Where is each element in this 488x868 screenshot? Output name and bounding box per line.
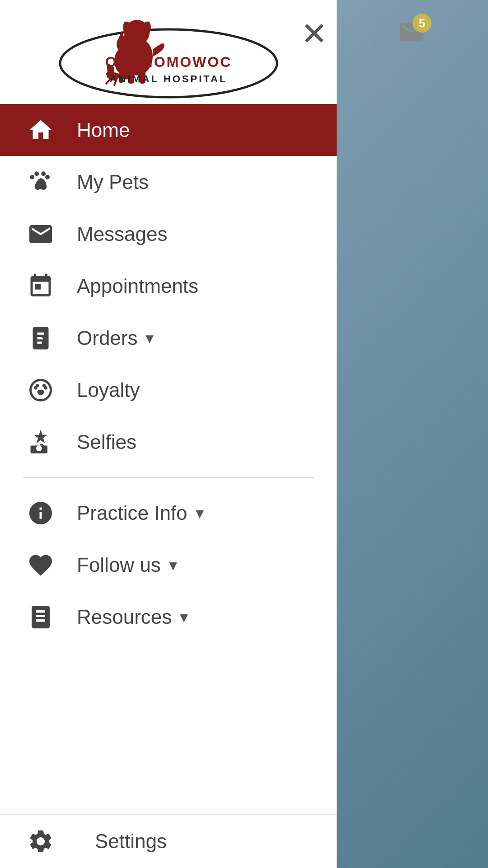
heart-icon	[23, 547, 59, 583]
nav-label-home: Home	[77, 119, 130, 142]
nav-item-resources[interactable]: Resources ▾	[0, 591, 337, 643]
notification-area: 5	[334, 9, 488, 54]
nav-item-loyalty[interactable]: Loyalty	[0, 364, 337, 416]
gear-icon	[23, 823, 59, 859]
nav-label-appointments: Appointments	[77, 275, 198, 297]
nav-label-loyalty: Loyalty	[77, 379, 140, 401]
nav-label-follow-us: Follow us ▾	[77, 554, 177, 576]
paw-icon	[23, 164, 59, 200]
settings-bar[interactable]: Settings	[0, 814, 337, 868]
messages-icon	[23, 216, 59, 252]
nav-item-orders[interactable]: Orders ▾	[0, 312, 337, 364]
nav-item-home[interactable]: Home	[0, 104, 337, 156]
follow-us-chevron: ▾	[169, 556, 177, 575]
nav-label-messages: Messages	[77, 223, 168, 245]
calendar-icon	[23, 268, 59, 304]
nav-item-my-pets[interactable]: My Pets	[0, 156, 337, 208]
logo-svg: OCONOMOWOC ANIMAL HOSPITAL	[56, 5, 282, 99]
home-icon	[23, 112, 59, 148]
loyalty-icon	[23, 372, 59, 408]
nav-label-my-pets: My Pets	[77, 171, 149, 193]
prescription-icon	[23, 320, 59, 356]
camera-icon	[23, 424, 59, 460]
nav-label-orders: Orders ▾	[77, 327, 154, 349]
svg-text:OCONOMOWOC: OCONOMOWOC	[105, 54, 232, 70]
close-button[interactable]: ✕	[294, 14, 334, 54]
book-icon	[23, 599, 59, 635]
mail-notification[interactable]: 5	[391, 14, 432, 50]
nav-label-selfies: Selfies	[77, 431, 136, 453]
svg-text:ANIMAL HOSPITAL: ANIMAL HOSPITAL	[109, 73, 227, 85]
nav-item-appointments[interactable]: Appointments	[0, 260, 337, 312]
notification-badge: 5	[413, 14, 432, 33]
info-icon	[23, 495, 59, 531]
settings-label: Settings	[95, 830, 167, 853]
nav-item-messages[interactable]: Messages	[0, 208, 337, 260]
navigation-drawer: OCONOMOWOC ANIMAL HOSPITAL Home My Pets	[0, 0, 337, 868]
nav-item-selfies[interactable]: Selfies	[0, 416, 337, 468]
resources-chevron: ▾	[180, 608, 188, 627]
background-overlay	[334, 0, 488, 868]
practice-info-chevron: ▾	[196, 504, 204, 523]
nav-list: Home My Pets Messages Appointments	[0, 104, 337, 814]
nav-divider	[23, 477, 314, 478]
nav-item-practice-info[interactable]: Practice Info ▾	[0, 487, 337, 539]
close-icon: ✕	[301, 18, 328, 50]
nav-item-follow-us[interactable]: Follow us ▾	[0, 539, 337, 591]
nav-label-practice-info: Practice Info ▾	[77, 502, 204, 524]
logo-area: OCONOMOWOC ANIMAL HOSPITAL	[0, 0, 337, 104]
orders-chevron: ▾	[145, 329, 154, 348]
nav-label-resources: Resources ▾	[77, 606, 188, 628]
app-logo: OCONOMOWOC ANIMAL HOSPITAL	[56, 5, 282, 99]
